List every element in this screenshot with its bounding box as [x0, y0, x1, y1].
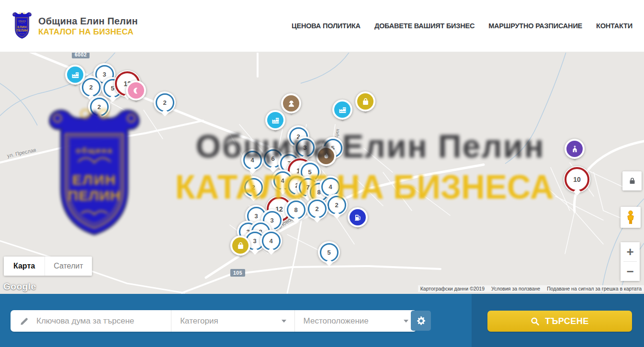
main-nav: ЦЕНОВА ПОЛИТИКА ДОБАВЕТЕ ВАШИЯТ БИЗНЕС М… — [292, 22, 633, 30]
map-cluster[interactable]: 4 — [260, 230, 282, 252]
cluster-count: 2 — [308, 200, 327, 218]
map-cluster[interactable]: 2 — [242, 176, 264, 198]
chevron-down-icon — [404, 320, 408, 323]
map-cluster[interactable]: 2 — [88, 96, 110, 118]
site-title: Община Елин Пелин — [38, 15, 138, 27]
pencil-icon — [20, 316, 30, 326]
attribution-copyright: Картографски данни ©2019 — [420, 286, 485, 291]
road-label-105: 105 — [230, 269, 245, 277]
moon-icon — [126, 80, 146, 101]
road-label-6002: 6002 — [72, 53, 90, 58]
map-pin-factory[interactable] — [65, 65, 86, 91]
emblem-small-text: община — [18, 20, 26, 22]
zoom-in-button[interactable]: + — [621, 242, 640, 261]
nav-add-business[interactable]: ДОБАВЕТЕ ВАШИЯТ БИЗНЕС — [374, 22, 475, 30]
cluster-count: 3 — [296, 138, 315, 157]
emblem-name-2: ПЕЛИН — [16, 29, 27, 32]
attribution-report-link[interactable]: Подаване на сигнал за грешка в картата — [547, 286, 642, 291]
cluster-count: 4 — [321, 178, 340, 196]
map-pin-worker[interactable] — [281, 93, 302, 120]
map-type-control: Карта Сателит — [4, 257, 92, 276]
cluster-count: 4 — [243, 151, 262, 169]
pegman-icon — [625, 210, 636, 225]
page: община ЕЛИН ПЕЛИН Община Елин Пелин КАТА… — [0, 0, 644, 347]
search-bar: Категория Местоположение — [11, 310, 417, 332]
map-cluster[interactable]: 2 — [154, 91, 176, 113]
worker-icon — [281, 93, 301, 113]
map-pin-church[interactable] — [564, 139, 585, 166]
nav-contacts[interactable]: КОНТАКТИ — [596, 22, 633, 30]
map-cluster[interactable]: 8 — [285, 199, 307, 221]
factory-icon — [332, 100, 352, 120]
location-label: Местоположение — [304, 316, 369, 326]
map-cluster[interactable]: 3 — [294, 136, 316, 158]
map-pin-fuel[interactable] — [347, 207, 368, 234]
attribution-terms-link[interactable]: Условия за ползване — [491, 286, 540, 291]
fire-icon — [316, 146, 336, 166]
map-pin-moon[interactable] — [125, 80, 147, 107]
map-type-map-button[interactable]: Карта — [4, 257, 45, 276]
nav-route-schedule[interactable]: МАРШРУТНО РАЗПИСАНИЕ — [488, 22, 582, 30]
factory-icon — [65, 65, 85, 85]
chevron-down-icon — [282, 320, 286, 323]
map-type-satellite-button[interactable]: Сателит — [45, 257, 91, 276]
nav-pricing[interactable]: ЦЕНОВА ПОЛИТИКА — [292, 22, 361, 30]
keyword-section — [11, 310, 171, 332]
map-pin-factory[interactable] — [332, 100, 353, 126]
google-logo[interactable]: Google — [3, 281, 36, 292]
fuel-icon — [348, 207, 368, 227]
map-pin-fire[interactable] — [316, 146, 337, 173]
search-button-label: ТЪРСЕНЕ — [545, 316, 589, 326]
street-view-pegman[interactable] — [621, 207, 641, 228]
header: община ЕЛИН ПЕЛИН Община Елин Пелин КАТА… — [0, 0, 644, 53]
map-cluster[interactable]: 2 — [326, 194, 348, 216]
cluster-count: 2 — [328, 196, 346, 214]
lock-icon — [629, 177, 636, 185]
map-canvas[interactable]: 6002 105 ул. Преслав бул. „Новосел ция 3… — [0, 53, 644, 294]
logo[interactable]: община ЕЛИН ПЕЛИН — [11, 11, 34, 41]
map-attribution: Картографски данни ©2019 Условия за полз… — [418, 285, 644, 292]
keyword-input[interactable] — [35, 316, 171, 326]
settings-button[interactable] — [411, 311, 431, 331]
bag-icon — [230, 235, 250, 256]
search-panel: Категория Местоположение ТЪРСЕНЕ — [0, 294, 644, 347]
site-subtitle: КАТАЛОГ НА БИЗНЕСА — [38, 27, 138, 37]
cluster-count: 2 — [244, 178, 263, 197]
zoom-control: + − — [621, 242, 640, 281]
map-pin-bag[interactable] — [230, 235, 251, 262]
municipality-emblem-icon: община ЕЛИН ПЕЛИН — [11, 11, 34, 41]
bag-icon — [355, 91, 375, 112]
cluster-count: 8 — [287, 201, 305, 219]
cluster-count: 2 — [90, 98, 109, 116]
map-cluster[interactable]: 10 — [564, 166, 590, 193]
site-title-block: Община Елин Пелин КАТАЛОГ НА БИЗНЕСА — [38, 15, 138, 37]
location-select[interactable]: Местоположение — [294, 310, 417, 332]
cluster-count: 5 — [320, 243, 339, 262]
map-pin-bag[interactable] — [355, 91, 376, 118]
cluster-count: 2 — [156, 93, 174, 112]
cluster-count: 10 — [565, 167, 589, 192]
cluster-count: 4 — [262, 232, 281, 250]
map-cluster[interactable]: 4 — [241, 149, 263, 171]
map-cluster[interactable]: 2 — [306, 198, 328, 220]
category-label: Категория — [180, 316, 218, 326]
map-lock-button[interactable] — [622, 171, 642, 190]
search-icon — [531, 317, 540, 326]
emblem-name-1: ЕЛИН — [17, 25, 26, 29]
map-cluster[interactable]: 5 — [318, 241, 340, 263]
search-button[interactable]: ТЪРСЕНЕ — [487, 311, 632, 332]
church-icon — [565, 139, 585, 159]
zoom-out-button[interactable]: − — [621, 262, 640, 281]
gear-icon — [416, 316, 426, 326]
category-select[interactable]: Категория — [171, 310, 294, 332]
